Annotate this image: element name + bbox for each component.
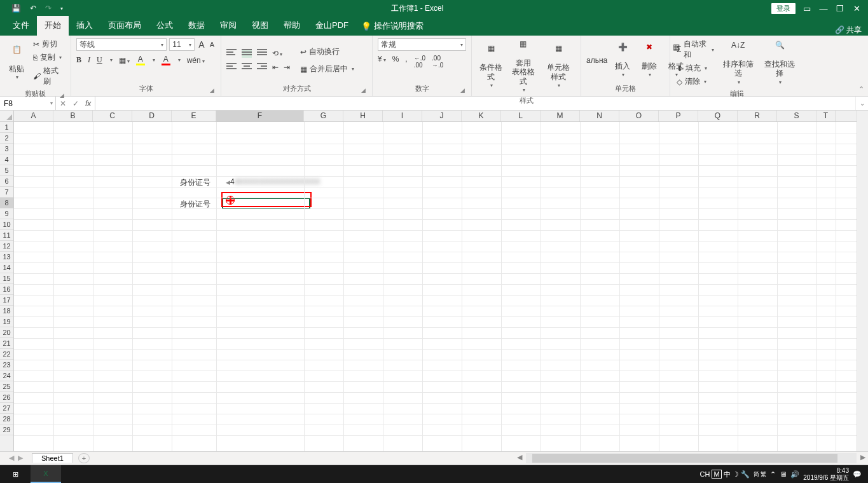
find-select-button[interactable]: 🔍查找和选择▾ — [761, 39, 799, 86]
login-button[interactable]: 登录 — [771, 3, 796, 14]
row-header-29[interactable]: 29 — [0, 425, 13, 435]
column-headers[interactable]: ABCDEFGHIJKLMNOPQRST — [14, 111, 857, 122]
col-header-B[interactable]: B — [53, 111, 93, 121]
col-header-M[interactable]: M — [541, 111, 580, 121]
col-header-S[interactable]: S — [777, 111, 816, 121]
row-header-21[interactable]: 21 — [0, 338, 13, 349]
tab-formula[interactable]: 公式 — [149, 16, 181, 36]
qat-customize-icon[interactable]: ▾ — [60, 6, 63, 11]
horizontal-scrollbar[interactable]: ◀▶ — [526, 453, 857, 463]
align-right-button[interactable] — [257, 63, 267, 72]
row-header-9[interactable]: 9 — [0, 208, 13, 219]
col-header-E[interactable]: E — [172, 111, 216, 121]
add-sheet-button[interactable]: + — [78, 453, 90, 463]
tell-me-search[interactable]: 💡 操作说明搜索 — [356, 17, 429, 36]
table-format-button[interactable]: ▦套用 表格格式▾ — [509, 38, 538, 95]
vertical-scrollbar[interactable] — [857, 111, 868, 451]
cut-button[interactable]: ✂剪切 — [32, 38, 65, 50]
align-left-button[interactable] — [226, 63, 237, 72]
currency-button[interactable]: ¥▾ — [378, 55, 386, 69]
tab-file[interactable]: 文件 — [5, 16, 37, 36]
share-button[interactable]: 🔗 共享 — [835, 25, 862, 36]
row-header-27[interactable]: 27 — [0, 403, 13, 414]
delete-cell-button[interactable]: ✖删除▾ — [638, 41, 661, 79]
tab-jinshan[interactable]: 金山PDF — [308, 16, 356, 36]
font-size-combo[interactable]: 11▾ — [169, 38, 195, 51]
row-header-20[interactable]: 20 — [0, 327, 13, 338]
col-header-T[interactable]: T — [816, 111, 836, 121]
align-bottom-button[interactable] — [257, 49, 267, 58]
fill-button[interactable]: ⬇填充▾ — [675, 62, 715, 74]
row-header-22[interactable]: 22 — [0, 349, 13, 360]
col-header-N[interactable]: N — [580, 111, 619, 121]
maximize-icon[interactable]: ❐ — [835, 4, 845, 13]
orientation-button[interactable]: ⟲▾ — [272, 49, 282, 58]
col-header-I[interactable]: I — [383, 111, 422, 121]
taskbar-clock[interactable]: 8:43 2019/9/6 星期五 — [803, 467, 849, 481]
name-box[interactable]: F8▾ — [0, 97, 56, 110]
col-header-P[interactable]: P — [659, 111, 698, 121]
col-header-O[interactable]: O — [619, 111, 659, 121]
col-header-L[interactable]: L — [501, 111, 541, 121]
ribbon-display-icon[interactable]: ▭ — [802, 4, 812, 13]
row-header-2[interactable]: 2 — [0, 133, 13, 144]
row-header-11[interactable]: 11 — [0, 230, 13, 241]
row-header-16[interactable]: 16 — [0, 284, 13, 295]
row-header-8[interactable]: 8 — [0, 198, 13, 208]
row-header-3[interactable]: 3 — [0, 144, 13, 154]
ime-indicator[interactable]: CH M 中 ☽ 🔧 — [699, 470, 749, 479]
col-header-C[interactable]: C — [93, 111, 132, 121]
sheet-nav-arrows[interactable]: ◀▶ — [0, 454, 32, 462]
row-header-4[interactable]: 4 — [0, 154, 13, 165]
collapse-ribbon-icon[interactable]: ⌃ — [858, 85, 864, 93]
autosum-button[interactable]: Σ自动求和▾ — [675, 38, 715, 61]
bold-button[interactable]: B — [76, 55, 81, 65]
font-color-button[interactable]: A — [162, 55, 170, 65]
row-header-14[interactable]: 14 — [0, 262, 13, 273]
tray-up-icon[interactable]: ⌃ — [770, 470, 776, 479]
align-launcher-icon[interactable]: ◢ — [361, 87, 366, 93]
col-header-Q[interactable]: Q — [698, 111, 738, 121]
row-header-12[interactable]: 12 — [0, 241, 13, 252]
close-icon[interactable]: ✕ — [851, 4, 862, 13]
network-icon[interactable]: 🖥 — [780, 470, 787, 478]
volume-icon[interactable]: 🔊 — [790, 470, 799, 479]
row-header-13[interactable]: 13 — [0, 252, 13, 262]
expand-formula-bar-icon[interactable]: ⌄ — [855, 97, 868, 110]
selected-cell-F8[interactable] — [222, 198, 310, 209]
notification-icon[interactable]: 💬 — [853, 470, 862, 479]
align-center-button[interactable] — [242, 63, 252, 72]
paste-button[interactable]: 📋 粘贴▾ — [5, 44, 28, 82]
ime-jianfan[interactable]: 简 繁 — [754, 470, 767, 479]
tab-insert[interactable]: 插入 — [69, 16, 100, 36]
indent-increase-button[interactable]: ⇥ — [284, 63, 290, 72]
select-all-button[interactable] — [0, 111, 14, 122]
tab-review[interactable]: 审阅 — [212, 16, 244, 36]
col-header-F[interactable]: F — [216, 111, 304, 121]
col-header-J[interactable]: J — [422, 111, 462, 121]
tab-home[interactable]: 开始 — [37, 16, 69, 36]
row-header-23[interactable]: 23 — [0, 360, 13, 371]
italic-button[interactable]: I — [88, 55, 90, 65]
col-header-R[interactable]: R — [738, 111, 777, 121]
sort-filter-button[interactable]: A↓Z排序和筛选▾ — [719, 39, 757, 86]
row-headers[interactable]: 1234567891011121314151617181920212223242… — [0, 122, 14, 451]
row-header-19[interactable]: 19 — [0, 316, 13, 327]
decrease-decimal-button[interactable]: .00→.0 — [432, 55, 443, 69]
phonetic-button[interactable]: wén▾ — [187, 56, 205, 65]
row-header-26[interactable]: 26 — [0, 392, 13, 403]
copy-button[interactable]: ⎘复制▾ — [32, 51, 65, 64]
row-header-1[interactable]: 1 — [0, 122, 13, 133]
row-header-18[interactable]: 18 — [0, 306, 13, 316]
row-header-10[interactable]: 10 — [0, 219, 13, 230]
cells-area[interactable]: 身份证号 ◀44XXXXXXXXXXXXXXXX 身份证号 — [14, 122, 857, 451]
row-header-15[interactable]: 15 — [0, 273, 13, 284]
tab-help[interactable]: 帮助 — [276, 16, 308, 36]
row-header-25[interactable]: 25 — [0, 381, 13, 392]
format-painter-button[interactable]: 🖌格式刷 — [32, 65, 65, 88]
col-header-G[interactable]: G — [304, 111, 343, 121]
row-header-28[interactable]: 28 — [0, 414, 13, 425]
align-middle-button[interactable] — [242, 49, 252, 58]
underline-button[interactable]: U — [97, 55, 102, 65]
sheet-tab-1[interactable]: Sheet1 — [32, 453, 73, 463]
